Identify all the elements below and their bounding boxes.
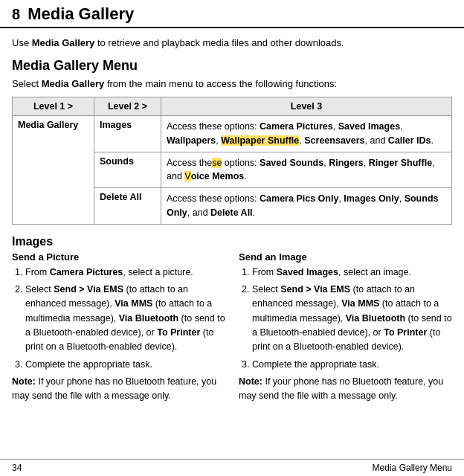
left-column: Send a Picture From Camera Pictures, sel… [12, 251, 225, 403]
table-cell-media-gallery: Media Gallery [13, 116, 94, 225]
table-cell-images: Images [94, 116, 161, 152]
menu-bold-term: Media Gallery [42, 78, 105, 89]
send-image-heading: Send an Image [239, 251, 452, 263]
send-image-steps: From Saved Images, select an image. Sele… [252, 266, 452, 373]
images-section-heading: Images [12, 235, 452, 248]
chapter-title: Media Gallery [28, 4, 134, 24]
step-1-right: From Saved Images, select an image. [252, 266, 452, 280]
table-cell-delete-all: Delete All [94, 188, 161, 225]
table-header-level2: Level 2 > [94, 97, 161, 116]
table-row: Media Gallery Images Access these option… [13, 116, 452, 152]
menu-table: Level 1 > Level 2 > Level 3 Media Galler… [12, 97, 452, 225]
table-cell-delete-desc: Access these options: Camera Pics Only, … [161, 188, 452, 225]
table-header-level1: Level 1 > [13, 97, 94, 116]
table-cell-sounds-desc: Access these options: Saved Sounds, Ring… [161, 152, 452, 188]
right-column: Send an Image From Saved Images, select … [239, 251, 452, 403]
chapter-number: 8 [12, 6, 20, 23]
footer-section: Media Gallery Menu [373, 463, 452, 473]
send-picture-steps: From Camera Pictures, select a picture. … [25, 266, 225, 373]
table-header-level3: Level 3 [161, 97, 452, 116]
menu-section-subtext: Select Media Gallery from the main menu … [12, 77, 452, 91]
page-header: 8 Media Gallery [0, 0, 464, 28]
step-3-right: Complete the appropriate task. [252, 358, 452, 372]
table-cell-images-desc: Access these options: Camera Pictures, S… [161, 116, 452, 152]
table-cell-sounds: Sounds [94, 152, 161, 188]
note-left: Note: If your phone has no Bluetooth fea… [12, 375, 225, 403]
step-3-left: Complete the appropriate task. [25, 358, 225, 372]
page-footer: 34 Media Gallery Menu [0, 459, 464, 476]
note-right: Note: If your phone has no Bluetooth fea… [239, 375, 452, 403]
send-picture-heading: Send a Picture [12, 251, 225, 263]
step-1-left: From Camera Pictures, select a picture. [25, 266, 225, 280]
step-2-right: Select Send > Via EMS (to attach to an e… [252, 283, 452, 355]
intro-bold-term: Media Gallery [32, 37, 95, 48]
footer-page-num: 34 [12, 463, 22, 473]
intro-paragraph: Use Media Gallery to retrieve and playba… [12, 36, 452, 51]
menu-section-heading: Media Gallery Menu [12, 58, 452, 74]
two-column-layout: Send a Picture From Camera Pictures, sel… [12, 251, 452, 403]
step-2-left: Select Send > Via EMS (to attach to an e… [25, 283, 225, 355]
page-content: Use Media Gallery to retrieve and playba… [0, 28, 464, 425]
